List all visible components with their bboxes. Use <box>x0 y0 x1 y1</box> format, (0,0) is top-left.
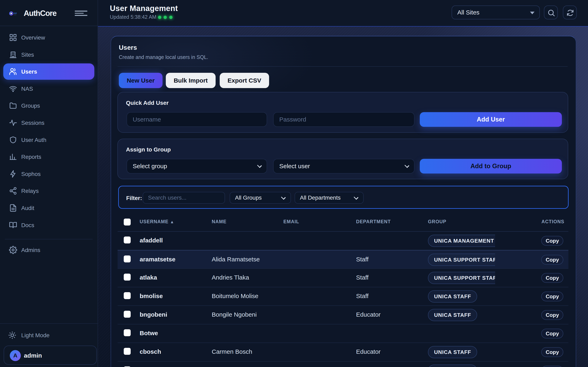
svg-text:Auth: Auth <box>14 12 17 14</box>
svg-text:Core: Core <box>14 14 17 15</box>
